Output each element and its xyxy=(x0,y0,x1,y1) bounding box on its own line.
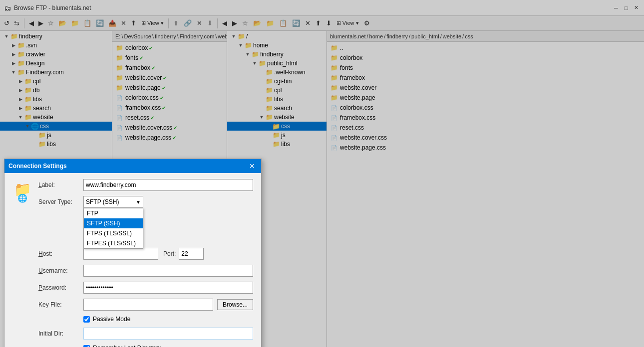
server-type-label: Server Type: xyxy=(38,198,83,205)
server-type-row: Server Type: SFTP (SSH) ▼ FTP SFTP (SSH)… xyxy=(38,196,253,208)
key-file-label: Key File: xyxy=(38,301,83,308)
dialog-content: 📁 🌐 Label: Server Type: xyxy=(12,179,253,347)
passive-mode-checkbox[interactable] xyxy=(83,316,90,323)
remember-dir-row: Remember Last Directory xyxy=(83,345,253,347)
dialog-titlebar: Connection Settings ✕ xyxy=(4,159,261,173)
connection-icon-area: 📁 🌐 xyxy=(12,179,32,347)
option-sftp[interactable]: SFTP (SSH) xyxy=(84,218,143,228)
option-ftp[interactable]: FTP xyxy=(84,208,143,218)
dialog-title: Connection Settings xyxy=(8,163,67,170)
dropdown-arrow-icon: ▼ xyxy=(136,199,141,205)
port-label: Port: xyxy=(163,250,176,257)
password-row: Password: xyxy=(38,282,253,294)
server-type-value: SFTP (SSH) xyxy=(86,198,119,205)
initial-dir-label: Initial Dir: xyxy=(38,330,83,337)
label-field-label: Label: xyxy=(38,181,83,188)
key-file-row: Key File: Browse... xyxy=(38,299,253,311)
initial-dir-input[interactable]: /home/findberry/public_html/website/css xyxy=(83,328,253,340)
dialog-body: 📁 🌐 Label: Server Type: xyxy=(4,173,261,347)
browse-button[interactable]: Browse... xyxy=(217,299,253,310)
option-ftps[interactable]: FTPS (TLS/SSL) xyxy=(84,228,143,238)
server-type-dropdown[interactable]: SFTP (SSH) ▼ FTP SFTP (SSH) FTPS (TLS/SS… xyxy=(83,196,143,208)
host-row: Host: Port: xyxy=(38,248,253,260)
modal-overlay: Connection Settings ✕ 📁 🌐 Label: xyxy=(0,0,644,347)
password-input[interactable] xyxy=(83,282,253,294)
server-type-options: FTP SFTP (SSH) FTPS (TLS/SSL) FTPES (TLS… xyxy=(83,208,143,249)
dialog-close-button[interactable]: ✕ xyxy=(247,161,257,171)
username-input[interactable] xyxy=(83,265,253,277)
username-row: Username: xyxy=(38,265,253,277)
form-fields: Label: Server Type: SFTP (SSH) ▼ xyxy=(38,179,253,347)
initial-dir-row: Initial Dir: /home/findberry/public_html… xyxy=(38,328,253,340)
label-input[interactable] xyxy=(83,179,253,191)
server-type-select[interactable]: SFTP (SSH) ▼ xyxy=(83,196,143,208)
passive-mode-row: Passive Mode xyxy=(83,316,253,323)
globe-icon: 🌐 xyxy=(17,193,27,203)
key-file-input[interactable] xyxy=(83,299,213,311)
password-label: Password: xyxy=(38,284,83,291)
passive-mode-label: Passive Mode xyxy=(93,316,130,323)
remember-dir-label: Remember Last Directory xyxy=(93,345,161,347)
connection-settings-dialog: Connection Settings ✕ 📁 🌐 Label: xyxy=(4,159,262,347)
option-ftpes[interactable]: FTPES (TLS/SSL) xyxy=(84,238,143,248)
username-label: Username: xyxy=(38,267,83,274)
remember-dir-checkbox[interactable] xyxy=(83,345,90,347)
port-input[interactable] xyxy=(179,248,204,260)
host-input[interactable] xyxy=(83,248,158,260)
host-label: Host: xyxy=(38,250,83,257)
label-row: Label: xyxy=(38,179,253,191)
